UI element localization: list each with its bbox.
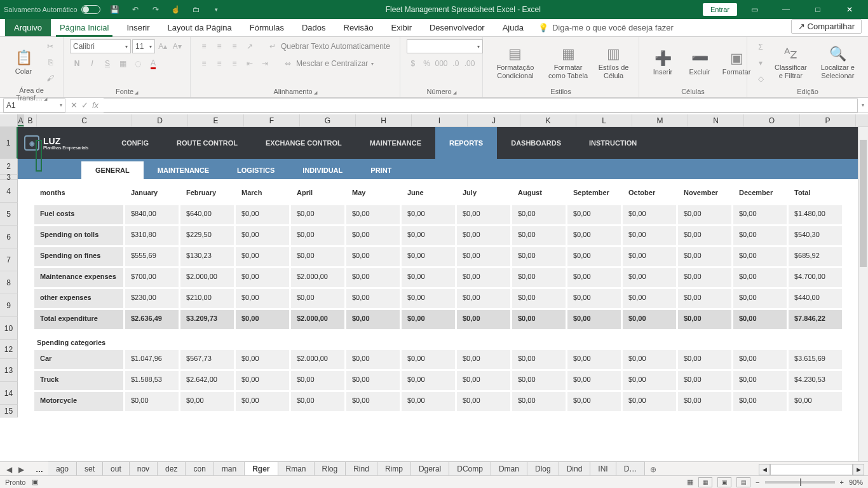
col-A[interactable]: A	[18, 114, 24, 126]
cell-value[interactable]: $0,00	[236, 205, 289, 224]
cell-value[interactable]: October	[623, 184, 676, 203]
cell-value[interactable]: $0,00	[567, 226, 621, 245]
col-G[interactable]: G	[300, 114, 356, 126]
cell-value[interactable]: $0,00	[512, 268, 566, 287]
cell-value[interactable]: $0,00	[623, 268, 676, 287]
hscroll-right-icon[interactable]: ▶	[853, 464, 864, 475]
paste-button[interactable]: 📋Colar	[6, 48, 41, 77]
align-top-icon[interactable]: ≡	[197, 39, 211, 53]
cell-value[interactable]: $0,00	[346, 247, 400, 266]
vertical-scrollbar[interactable]	[858, 127, 868, 461]
save-icon[interactable]: 💾	[108, 3, 122, 17]
cell-value[interactable]: $0,00	[236, 392, 289, 411]
col-H[interactable]: H	[356, 114, 412, 126]
cell-value[interactable]: $0,00	[512, 289, 566, 308]
cell-value[interactable]: April	[291, 184, 344, 203]
tell-me-search[interactable]: 💡Diga-me o que você deseja fazer	[534, 19, 677, 36]
cell-value[interactable]: $0,00	[236, 289, 289, 308]
col-D[interactable]: D	[132, 114, 188, 126]
appnav-route-control[interactable]: ROUTE CONTROL	[163, 127, 252, 159]
cell-value[interactable]: $0,00	[733, 226, 787, 245]
row-1[interactable]: 1	[0, 127, 18, 159]
cell-value[interactable]: $567,73	[180, 350, 234, 369]
cell-value[interactable]: $0,00	[623, 289, 676, 308]
align-left-icon[interactable]: ≡	[197, 57, 211, 71]
cell-value[interactable]: $0,00	[291, 247, 344, 266]
display-settings-icon[interactable]: ▦	[687, 478, 693, 486]
cell-value[interactable]: $4.700,00	[789, 268, 842, 287]
zoom-slider[interactable]	[765, 481, 835, 484]
row-label[interactable]: other expenses	[34, 289, 123, 308]
cell-value[interactable]: May	[346, 184, 400, 203]
cell-value[interactable]: September	[567, 184, 621, 203]
row-9[interactable]: 9	[0, 294, 18, 317]
row-label[interactable]: Car	[34, 350, 123, 369]
cell-value[interactable]: $0,00	[125, 392, 179, 411]
tab-layout[interactable]: Layout da Página	[159, 19, 241, 36]
col-P[interactable]: P	[800, 114, 856, 126]
sign-in-button[interactable]: Entrar	[703, 3, 737, 16]
clear-icon[interactable]: ◇	[754, 72, 768, 86]
cell-value[interactable]: $0,00	[512, 392, 566, 411]
col-L[interactable]: L	[576, 114, 632, 126]
cell-value[interactable]: $0,00	[512, 247, 566, 266]
align-right-icon[interactable]: ≡	[227, 57, 241, 71]
delete-cells-button[interactable]: ➖Excluir	[682, 49, 717, 78]
cell-value[interactable]: $0,00	[457, 268, 510, 287]
cell-value[interactable]: $1.480,00	[789, 205, 842, 224]
touch-icon[interactable]: ☝	[169, 3, 183, 17]
cell-value[interactable]: $0,00	[457, 310, 510, 329]
cell-styles-button[interactable]: ▥Estilos de Célula	[595, 44, 632, 81]
row-label[interactable]: Spending on fines	[34, 247, 123, 266]
cell-value[interactable]: $0,00	[567, 310, 621, 329]
cell-value[interactable]: $229,50	[180, 226, 234, 245]
font-size[interactable]: 11▾	[132, 39, 155, 53]
appnav-reports[interactable]: REPORTS	[435, 127, 497, 159]
cell-value[interactable]: $0,00	[512, 371, 566, 390]
cell-value[interactable]: $0,00	[567, 268, 621, 287]
align-center-icon[interactable]: ≡	[212, 57, 226, 71]
cell-value[interactable]: $0,00	[291, 226, 344, 245]
cell-value[interactable]: $0,00	[402, 289, 455, 308]
fill-icon[interactable]: ▾	[754, 56, 768, 70]
fx-icon[interactable]: fx	[92, 100, 98, 110]
row-15[interactable]: 15	[0, 405, 18, 417]
minimize-icon[interactable]: —	[771, 0, 801, 19]
cell-value[interactable]: $0,00	[567, 205, 621, 224]
cell-value[interactable]: $0,00	[346, 226, 400, 245]
cell-value[interactable]: $1.047,96	[125, 350, 179, 369]
zoom-out-icon[interactable]: −	[756, 478, 759, 486]
appnav-dashboards[interactable]: DASHBOARDS	[497, 127, 575, 159]
cell-value[interactable]: $840,00	[125, 205, 179, 224]
tab-data[interactable]: Dados	[293, 19, 335, 36]
appnav-config[interactable]: CONFIG	[107, 127, 163, 159]
cell-value[interactable]: $0,00	[402, 310, 455, 329]
zoom-level[interactable]: 90%	[849, 478, 863, 486]
cell-value[interactable]: $0,00	[623, 371, 676, 390]
percent-icon[interactable]: %	[421, 57, 433, 71]
orientation-icon[interactable]: ↗	[243, 39, 257, 53]
cell-value[interactable]: $0,00	[346, 392, 400, 411]
cell-value[interactable]: $0,00	[402, 350, 455, 369]
cell-value[interactable]: $700,00	[125, 268, 179, 287]
sort-filter-button[interactable]: ᴬᴢClassificar e Filtrar	[770, 44, 811, 81]
cell-value[interactable]: March	[236, 184, 289, 203]
align-mid-icon[interactable]: ≡	[212, 39, 226, 53]
col-C[interactable]: C	[37, 114, 132, 126]
row-label[interactable]: Spending on tolls	[34, 226, 123, 245]
tab-view[interactable]: Exibir	[382, 19, 421, 36]
cell-value[interactable]: $0,00	[623, 350, 676, 369]
cell-value[interactable]: $0,00	[733, 205, 787, 224]
row-12[interactable]: 12	[0, 340, 18, 359]
subnav-logistics[interactable]: LOGISTICS	[223, 161, 288, 179]
share-button[interactable]: ↗Compartilhar	[791, 19, 862, 34]
cell-value[interactable]: $1.588,53	[125, 371, 179, 390]
cell-value[interactable]: $0,00	[512, 205, 566, 224]
cell-value[interactable]: $0,00	[623, 392, 676, 411]
accept-formula-icon[interactable]: ✓	[81, 100, 88, 110]
appnav-maintenance[interactable]: MAINTENANCE	[356, 127, 435, 159]
row-8[interactable]: 8	[0, 271, 18, 294]
undo-icon[interactable]: ↶	[128, 3, 142, 17]
cell-value[interactable]: $0,00	[180, 392, 234, 411]
cell-value[interactable]: $0,00	[567, 392, 621, 411]
